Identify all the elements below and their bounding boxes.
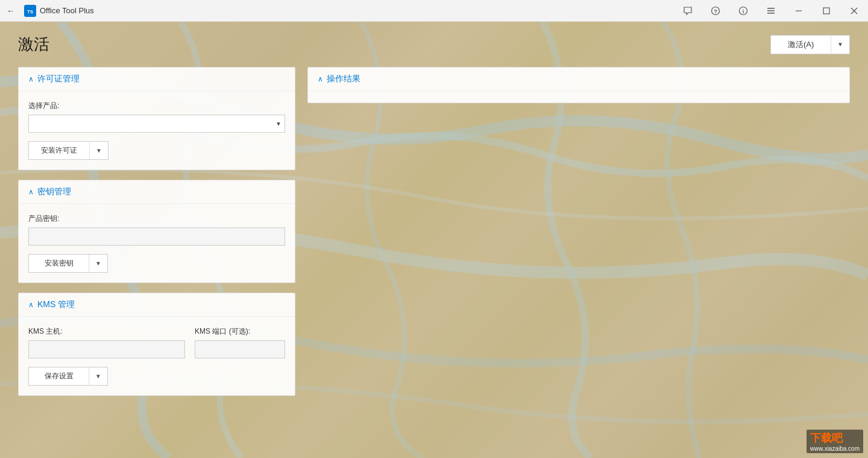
maximize-button[interactable]	[813, 0, 840, 22]
page-title: 激活	[18, 34, 49, 55]
result-card-header: ∧ 操作结果	[308, 68, 849, 91]
kms-card: ∧ KMS 管理 KMS 主机: KMS 端口 (可选):	[18, 293, 295, 396]
svg-rect-10	[823, 8, 829, 14]
kms-port-group: KMS 端口 (可选):	[195, 326, 285, 358]
svg-text:i: i	[743, 8, 744, 14]
save-settings-dropdown-icon: ▼	[95, 373, 101, 380]
help-button[interactable]: ?	[702, 0, 729, 22]
minimize-button[interactable]	[785, 0, 813, 22]
product-select[interactable]	[28, 115, 285, 133]
save-settings-btn-group: 保存设置 ▼	[28, 367, 285, 386]
watermark-title: 下载吧	[810, 431, 860, 445]
window-controls: ? i	[674, 0, 868, 22]
info-button[interactable]: i	[729, 0, 757, 22]
kms-card-header: ∧ KMS 管理	[19, 293, 295, 317]
key-card-header: ∧ 密钥管理	[19, 180, 295, 204]
app-title: Office Tool Plus	[40, 6, 674, 15]
kms-card-title: KMS 管理	[37, 299, 75, 310]
install-license-button[interactable]: 安装许可证	[28, 141, 89, 160]
kms-host-group: KMS 主机:	[28, 326, 185, 358]
left-column: ∧ 许可证管理 选择产品: 安装许可证 ▼	[18, 67, 295, 396]
install-license-btn-group: 安装许可证 ▼	[28, 141, 285, 160]
activate-dropdown-icon: ▼	[837, 41, 843, 48]
license-card-body: 选择产品: 安装许可证 ▼	[19, 91, 295, 170]
svg-rect-6	[767, 8, 775, 9]
install-key-button[interactable]: 安装密钥	[28, 254, 89, 273]
save-settings-dropdown-button[interactable]: ▼	[89, 367, 108, 386]
save-settings-button[interactable]: 保存设置	[28, 367, 89, 386]
activate-main-button[interactable]: 激活(A)	[770, 35, 831, 54]
kms-chevron-icon[interactable]: ∧	[28, 301, 34, 309]
install-key-dropdown-icon: ▼	[95, 260, 101, 267]
two-column-layout: ∧ 许可证管理 选择产品: 安装许可证 ▼	[18, 67, 850, 396]
kms-port-input[interactable]	[195, 340, 285, 358]
close-button[interactable]	[840, 0, 868, 22]
install-license-dropdown-button[interactable]: ▼	[89, 141, 108, 160]
license-card-title: 许可证管理	[37, 74, 80, 84]
watermark: 下载吧 www.xiazaiba.com	[807, 430, 863, 453]
license-card: ∧ 许可证管理 选择产品: 安装许可证 ▼	[18, 67, 295, 170]
activate-dropdown-button[interactable]: ▼	[831, 35, 850, 54]
back-button[interactable]: ←	[0, 0, 22, 22]
watermark-url: www.xiazaiba.com	[810, 445, 860, 452]
key-card: ∧ 密钥管理 产品密钥: 安装密钥 ▼	[18, 180, 295, 283]
product-key-input[interactable]	[28, 227, 285, 246]
key-card-body: 产品密钥: 安装密钥 ▼	[19, 204, 295, 282]
kms-inputs-row: KMS 主机: KMS 端口 (可选):	[28, 326, 285, 358]
svg-rect-8	[767, 13, 775, 14]
main-content: 激活 激活(A) ▼ ∧ 许可证管理 选择产品:	[0, 22, 868, 458]
kms-host-label: KMS 主机:	[28, 326, 185, 337]
page-header: 激活 激活(A) ▼	[18, 34, 850, 55]
chat-button[interactable]	[674, 0, 702, 22]
kms-card-body: KMS 主机: KMS 端口 (可选): 保存设置 ▼	[19, 317, 295, 395]
activate-button-group: 激活(A) ▼	[770, 35, 850, 54]
app-icon: TS	[24, 5, 36, 17]
license-card-header: ∧ 许可证管理	[19, 68, 295, 91]
install-key-btn-group: 安装密钥 ▼	[28, 254, 285, 273]
kms-port-label: KMS 端口 (可选):	[195, 326, 285, 337]
result-card: ∧ 操作结果	[307, 67, 850, 103]
product-select-wrapper	[28, 115, 285, 133]
key-label: 产品密钥:	[28, 214, 285, 224]
right-column: ∧ 操作结果	[307, 67, 850, 396]
result-card-title: 操作结果	[327, 74, 360, 84]
product-label: 选择产品:	[28, 101, 285, 111]
svg-rect-7	[767, 10, 775, 11]
svg-text:TS: TS	[27, 9, 34, 14]
titlebar: ← TS Office Tool Plus ? i	[0, 0, 868, 22]
install-license-dropdown-icon: ▼	[96, 147, 102, 154]
menu-button[interactable]	[757, 0, 785, 22]
svg-text:?: ?	[714, 8, 717, 14]
key-card-title: 密钥管理	[37, 186, 71, 197]
result-chevron-icon[interactable]: ∧	[318, 75, 323, 83]
key-chevron-icon[interactable]: ∧	[28, 188, 34, 196]
license-chevron-icon[interactable]: ∧	[28, 75, 34, 83]
install-key-dropdown-button[interactable]: ▼	[89, 254, 108, 273]
kms-host-input[interactable]	[28, 340, 185, 358]
back-icon: ←	[7, 6, 15, 16]
